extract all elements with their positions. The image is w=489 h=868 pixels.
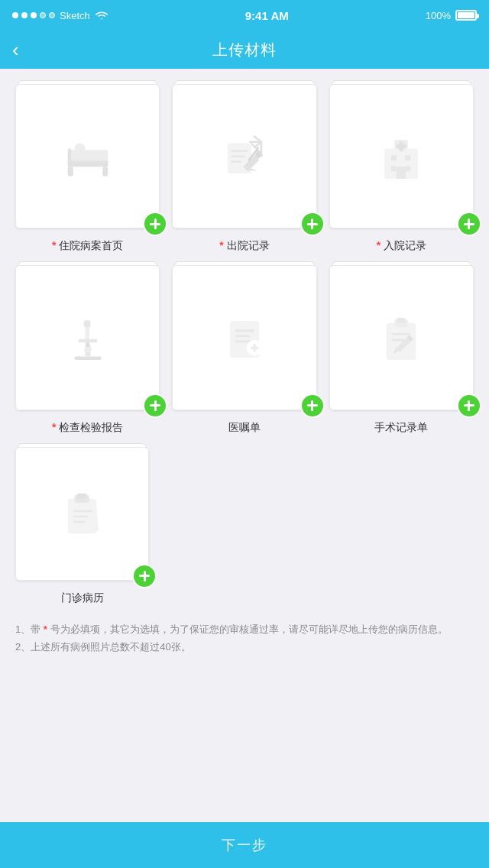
upload-card-discharge[interactable] <box>172 84 316 228</box>
svg-rect-1 <box>67 167 73 176</box>
upload-single-row: 门诊病历 <box>15 447 474 605</box>
pen-arrow-icon <box>218 130 271 183</box>
upload-item-discharge[interactable]: 出院记录 <box>172 84 316 253</box>
svg-rect-13 <box>406 155 411 160</box>
back-button[interactable]: ‹ <box>12 40 19 60</box>
dot-2 <box>21 12 28 18</box>
item-label-outpatient: 门诊病历 <box>61 591 104 605</box>
item-label-discharge: 出院记录 <box>219 239 269 253</box>
asterisk-symbol: * <box>44 623 47 635</box>
wifi-icon <box>95 10 108 21</box>
card-inner-outpatient <box>15 447 149 581</box>
card-inner-medical-order <box>172 265 316 410</box>
battery-icon <box>455 10 477 21</box>
add-button-exam[interactable] <box>143 394 167 418</box>
upload-grid: 住院病案首页 <box>15 84 474 435</box>
svg-rect-9 <box>231 160 241 163</box>
upload-item-hospital-case[interactable]: 住院病案首页 <box>15 84 160 253</box>
svg-rect-0 <box>67 160 108 167</box>
add-button-medical-order[interactable] <box>300 394 325 418</box>
upload-item-medical-order[interactable]: 医嘱单 <box>172 265 316 434</box>
svg-rect-2 <box>102 167 108 176</box>
upload-card-exam[interactable] <box>15 265 160 410</box>
item-label-exam: 检查检验报告 <box>52 421 123 435</box>
svg-rect-4 <box>67 148 70 167</box>
page-title: 上传材料 <box>212 40 277 60</box>
svg-rect-32 <box>253 344 256 352</box>
status-time: 9:41 AM <box>245 9 289 22</box>
doc-plus-icon <box>218 311 271 364</box>
item-label-admission: 入院记录 <box>377 239 426 253</box>
svg-rect-41 <box>77 494 86 499</box>
svg-rect-42 <box>73 510 92 513</box>
item-label-surgery: 手术记录单 <box>374 421 428 435</box>
upload-item-surgery[interactable]: 手术记录单 <box>329 265 474 434</box>
dot-3 <box>31 12 37 18</box>
card-inner-exam <box>15 265 160 410</box>
note-line-1: 1、带 * 号为必填项，其它为选填，为了保证您的审核通过率，请尽可能详尽地上传您… <box>15 620 474 638</box>
bed-icon <box>61 130 115 183</box>
upload-item-exam[interactable]: 检查检验报告 <box>15 265 160 434</box>
upload-card-hospital-case[interactable] <box>15 84 160 228</box>
svg-rect-3 <box>67 150 108 160</box>
battery-fill <box>458 12 474 18</box>
svg-rect-28 <box>235 335 250 337</box>
card-inner-discharge <box>172 84 316 228</box>
dot-5 <box>49 12 55 18</box>
svg-rect-12 <box>391 155 397 160</box>
clipboard-pen-icon <box>374 311 428 364</box>
svg-rect-35 <box>397 318 406 323</box>
add-button-discharge[interactable] <box>300 212 325 236</box>
status-bar: Sketch 9:41 AM 100% <box>0 0 489 31</box>
dot-1 <box>12 12 18 18</box>
add-button-admission[interactable] <box>457 212 481 236</box>
upload-card-outpatient[interactable] <box>15 447 149 581</box>
add-button-hospital-case[interactable] <box>143 212 167 236</box>
upload-item-admission[interactable]: 入院记录 <box>329 84 474 253</box>
svg-rect-15 <box>406 166 411 171</box>
svg-rect-27 <box>235 329 254 332</box>
svg-rect-18 <box>397 144 406 148</box>
item-label-hospital-case: 住院病案首页 <box>52 239 123 253</box>
next-button-label: 下一步 <box>222 836 267 854</box>
svg-rect-33 <box>387 323 416 360</box>
battery-percent: 100% <box>426 10 451 21</box>
svg-rect-7 <box>231 150 248 152</box>
main-content: 住院病案首页 <box>0 69 489 822</box>
nav-bar: ‹ 上传材料 <box>0 31 489 69</box>
signal-dots <box>12 12 55 18</box>
upload-card-surgery[interactable] <box>329 265 474 410</box>
svg-point-5 <box>74 143 85 154</box>
svg-rect-36 <box>392 333 411 335</box>
status-right: 100% <box>426 10 477 21</box>
svg-rect-22 <box>83 320 90 327</box>
card-inner-admission <box>329 84 474 228</box>
svg-rect-44 <box>73 521 85 523</box>
upload-item-outpatient[interactable]: 门诊病历 <box>15 447 149 605</box>
card-inner <box>15 84 160 228</box>
card-inner-surgery <box>329 265 474 410</box>
svg-rect-43 <box>73 516 87 518</box>
svg-point-25 <box>83 346 92 354</box>
carrier-label: Sketch <box>60 10 90 21</box>
note-section: 1、带 * 号为必填项，其它为选填，为了保证您的审核通过率，请尽可能详尽地上传您… <box>15 620 474 656</box>
hospital-icon <box>374 130 428 183</box>
upload-card-medical-order[interactable] <box>172 265 316 410</box>
status-left: Sketch <box>12 10 108 21</box>
add-button-outpatient[interactable] <box>132 564 157 588</box>
clipboard-stacked-icon <box>56 487 109 540</box>
upload-card-admission[interactable] <box>329 84 474 228</box>
svg-rect-16 <box>397 167 406 179</box>
svg-rect-24 <box>78 339 97 342</box>
next-button-bar[interactable]: 下一步 <box>0 822 489 868</box>
item-label-medical-order: 医嘱单 <box>228 421 261 435</box>
svg-rect-14 <box>391 166 397 171</box>
svg-rect-8 <box>231 155 244 157</box>
svg-rect-19 <box>74 356 101 359</box>
dot-4 <box>40 12 46 18</box>
microscope-icon <box>61 311 115 364</box>
note-line-2: 2、上述所有病例照片总数不超过40张。 <box>15 638 474 656</box>
add-button-surgery[interactable] <box>457 394 481 418</box>
